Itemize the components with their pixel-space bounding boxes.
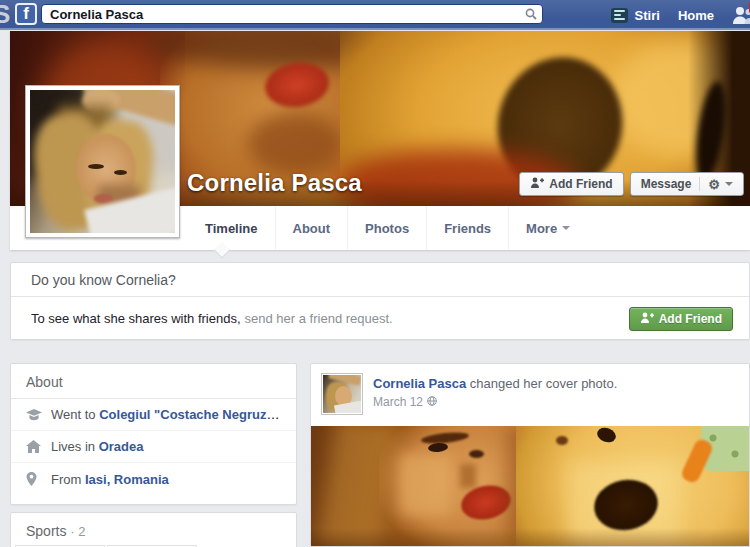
about-title: About <box>11 364 296 399</box>
facebook-profile-page: S f Stiri Home Corneli <box>0 0 750 547</box>
chevron-down-icon[interactable] <box>725 182 733 186</box>
chevron-down-icon <box>562 226 570 230</box>
sports-title-label: Sports <box>26 523 66 539</box>
nav-item-home[interactable]: Home <box>678 8 714 23</box>
post-photo[interactable] <box>311 426 750 547</box>
nav-item-stiri[interactable]: Stiri <box>635 8 660 23</box>
button-divider <box>699 177 700 191</box>
post-header: Cornelia Pasca changed her cover photo. … <box>311 364 749 426</box>
search-icon[interactable] <box>520 8 542 20</box>
do-you-know-card: Do you know Cornelia? To see what she sh… <box>10 262 750 340</box>
add-friend-green-button[interactable]: Add Friend <box>629 307 733 331</box>
add-friend-green-label: Add Friend <box>659 312 722 326</box>
news-app-icon[interactable] <box>611 8 628 23</box>
add-friend-label: Add Friend <box>549 177 612 191</box>
profile-picture-photo <box>30 90 175 233</box>
profile-picture[interactable] <box>25 85 180 238</box>
message-button[interactable]: Message ⚙ <box>630 172 744 196</box>
about-prefix: Went to <box>51 407 99 422</box>
tab-more[interactable]: More <box>508 206 587 250</box>
profile-action-buttons: Add Friend Message ⚙ <box>519 172 744 196</box>
tab-more-label: More <box>526 221 557 236</box>
timeline-post: Cornelia Pasca changed her cover photo. … <box>310 363 750 547</box>
add-friend-button[interactable]: Add Friend <box>519 172 623 196</box>
gear-icon[interactable]: ⚙ <box>708 178 720 191</box>
add-friend-icon <box>530 177 544 191</box>
location-icon <box>26 472 42 486</box>
tab-about[interactable]: About <box>275 206 348 250</box>
do-you-know-text: To see what she shares with friends, <box>31 311 241 326</box>
search-bar[interactable] <box>41 4 543 24</box>
about-row-lives[interactable]: Lives in Oradea <box>11 431 296 463</box>
lives-link[interactable]: Oradea <box>99 439 144 454</box>
top-navbar: S f Stiri Home <box>0 0 750 30</box>
search-input[interactable] <box>42 7 520 22</box>
about-row-from[interactable]: From Iasi, Romania <box>11 463 296 495</box>
sports-card: Sports · 2 <box>10 512 297 547</box>
sports-count: · 2 <box>70 524 85 539</box>
post-avatar[interactable] <box>321 373 363 415</box>
tab-timeline[interactable]: Timeline <box>188 206 275 250</box>
post-author-link[interactable]: Cornelia Pasca <box>373 376 466 391</box>
navbar-right: Stiri Home <box>611 0 750 30</box>
post-action-text: changed her cover photo. <box>470 376 617 391</box>
do-you-know-body: To see what she shares with friends, sen… <box>11 297 749 340</box>
globe-icon <box>427 394 437 411</box>
facebook-logo[interactable]: f <box>15 3 37 25</box>
post-meta: Cornelia Pasca changed her cover photo. … <box>373 375 617 411</box>
friend-request-link[interactable]: send her a friend request. <box>245 311 393 326</box>
tab-photos[interactable]: Photos <box>347 206 426 250</box>
message-label: Message <box>641 177 692 191</box>
from-link[interactable]: Iasi, Romania <box>85 472 169 487</box>
about-prefix: Lives in <box>51 439 99 454</box>
home-icon <box>26 440 42 453</box>
education-icon <box>26 409 42 421</box>
profile-name: Cornelia Pasca <box>187 169 362 197</box>
do-you-know-title: Do you know Cornelia? <box>11 263 749 297</box>
add-friend-icon <box>640 312 654 326</box>
post-date[interactable]: March 12 <box>373 394 423 411</box>
tab-friends[interactable]: Friends <box>426 206 508 250</box>
sports-title: Sports · 2 <box>11 513 296 545</box>
profile-header-card: Cornelia Pasca Add Friend Message ⚙ Time… <box>10 31 750 250</box>
about-prefix: From <box>51 472 85 487</box>
education-link[interactable]: Colegiul "Costache Negruzzi" Iasi <box>99 407 281 422</box>
avatar-photo <box>323 375 361 413</box>
friend-requests-icon[interactable] <box>732 5 750 25</box>
partial-logo: S <box>0 2 15 26</box>
about-row-education[interactable]: Went to Colegiul "Costache Negruzzi" Ias… <box>11 399 296 431</box>
about-card: About Went to Colegiul "Costache Negruzz… <box>10 363 297 505</box>
